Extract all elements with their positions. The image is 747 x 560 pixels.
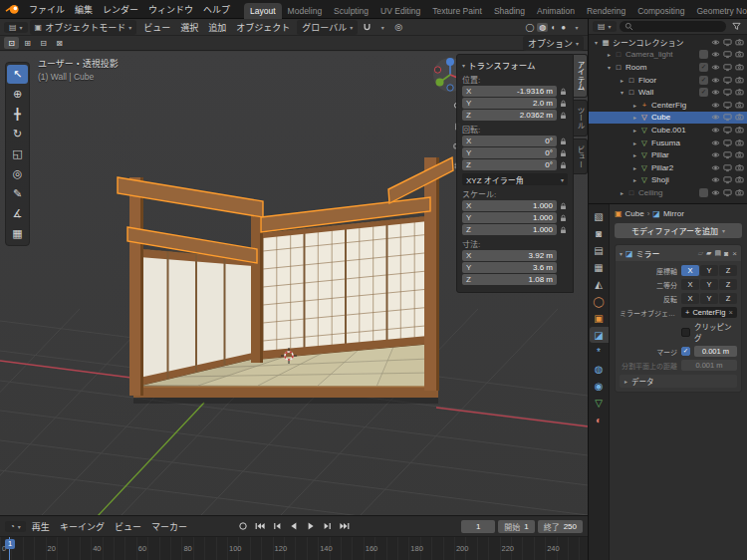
properties-tab[interactable]: ▧ (590, 208, 609, 224)
properties-tab[interactable]: ◯ (590, 293, 609, 309)
sidebar-tab[interactable]: ツール (574, 100, 588, 137)
expand-arrow[interactable]: ▸ (630, 151, 639, 158)
tool-button[interactable]: ╋ (7, 105, 28, 124)
playhead[interactable]: 1 (9, 537, 10, 560)
axis-toggle[interactable]: Y (700, 265, 718, 276)
outliner-row[interactable]: ▸ ▽ Pillar2 (589, 161, 747, 174)
disable-viewport-icon[interactable] (723, 76, 732, 85)
display-on-cage-icon[interactable]: ▱ (698, 249, 703, 257)
lock-icon[interactable] (560, 161, 568, 169)
location-field[interactable]: Y2.0 m (462, 98, 557, 109)
timeline-editor-type-button[interactable]: ◔▾ (5, 521, 26, 532)
hide-eye-icon[interactable] (711, 113, 720, 122)
disable-render-icon[interactable] (735, 175, 744, 184)
outliner-row[interactable]: ▸ □ Floor ✓ (589, 74, 747, 87)
outliner-row[interactable]: ▸ ▽ Fusuma (589, 137, 747, 149)
timeline-ruler[interactable]: 020406080100120140160180200220240 1 (0, 537, 588, 560)
scale-field[interactable]: X1.000 (462, 200, 557, 211)
shading-mode-button[interactable]: ◐ (549, 23, 558, 32)
outliner-row[interactable]: ▸ ▽ Pillar (589, 148, 747, 161)
outliner-row[interactable]: ▸ ▽ Shoji (589, 174, 747, 187)
disable-viewport-icon[interactable] (723, 113, 732, 122)
shading-dropdown[interactable]: ▾ (570, 21, 584, 34)
topbar-menu[interactable]: ウィンドウ (143, 1, 198, 18)
disable-render-icon[interactable] (735, 113, 744, 122)
properties-tab[interactable]: ◍ (590, 361, 609, 377)
outliner-row[interactable]: ▸ ▽ Cube (589, 112, 747, 125)
bisect-toggle[interactable]: Y (700, 279, 718, 290)
properties-tab[interactable]: ◙ (590, 225, 609, 241)
lock-icon[interactable] (560, 202, 568, 210)
workspace-tab[interactable]: Shading (488, 3, 531, 19)
workspace-tab[interactable]: Geometry No (690, 3, 747, 19)
workspace-tab[interactable]: Rendering (581, 3, 631, 19)
outliner-row[interactable]: ▸ ▽ Cube.001 (589, 124, 747, 137)
disable-render-icon[interactable] (735, 139, 744, 147)
properties-tab[interactable]: ◭ (590, 276, 609, 292)
axis-toggle[interactable]: X (681, 265, 699, 276)
tool-button[interactable]: ↻ (7, 125, 28, 143)
expand-arrow[interactable]: ▸ (630, 102, 639, 109)
topbar-menu[interactable]: ファイル (24, 1, 70, 18)
topbar-menu[interactable]: レンダー (98, 1, 143, 18)
outliner-row[interactable]: ▾ ▦ シーンコレクション (589, 36, 747, 49)
disable-viewport-icon[interactable] (723, 139, 732, 147)
flip-toggle[interactable]: Z (719, 293, 737, 304)
properties-tab[interactable]: ▽ (590, 395, 609, 411)
select-mode-button[interactable]: ⊟ (36, 37, 51, 49)
workspace-tab[interactable]: Compositing (631, 3, 690, 19)
display-realtime-icon[interactable]: ▤ (714, 249, 721, 257)
expand-arrow[interactable]: ▸ (618, 189, 626, 196)
workspace-tab[interactable]: Texture Paint (426, 3, 488, 19)
jump-to-start-button[interactable] (252, 519, 268, 533)
outliner-row[interactable]: ▾ □ Room ✓ (589, 61, 747, 74)
disable-render-icon[interactable] (735, 63, 744, 72)
expand-arrow[interactable]: ▸ (618, 77, 626, 84)
exclude-checkbox[interactable] (699, 188, 708, 197)
dimension-field[interactable]: Z1.08 m (462, 274, 557, 285)
properties-tab[interactable]: ▤ (590, 242, 609, 258)
hide-eye-icon[interactable] (711, 101, 720, 110)
workspace-tab[interactable]: UV Editing (374, 3, 426, 19)
disable-viewport-icon[interactable] (723, 38, 732, 47)
workspace-tab[interactable]: Modeling (282, 3, 329, 19)
properties-tab[interactable]: ▣ (590, 310, 609, 326)
transform-orientation-selector[interactable]: グローバル▾ (297, 20, 358, 35)
hide-eye-icon[interactable] (711, 50, 720, 59)
disable-render-icon[interactable] (735, 76, 744, 85)
expand-arrow[interactable]: ▸ (630, 140, 639, 146)
tool-button[interactable]: ⊕ (7, 85, 28, 104)
outliner-row[interactable]: ▸ □ Ceiling (589, 186, 747, 199)
tool-button[interactable]: ◎ (7, 164, 28, 183)
sidebar-tab[interactable]: アイテム (574, 54, 588, 98)
options-dropdown[interactable]: オプション▾ (523, 36, 584, 51)
outliner-row[interactable]: ▸ + CenterFig (589, 99, 747, 112)
mirror-object-field[interactable]: + CenterFig × (681, 307, 737, 318)
rotation-field[interactable]: Z0° (462, 159, 557, 170)
shading-mode-button[interactable]: ◍ (537, 23, 548, 32)
properties-tab[interactable]: ◪ (590, 327, 609, 343)
rotation-field[interactable]: X0° (462, 136, 557, 146)
previous-keyframe-button[interactable] (269, 519, 285, 533)
viewport-menu[interactable]: オブジェクト (231, 19, 295, 36)
snap-magnet-icon[interactable] (360, 21, 374, 34)
hide-eye-icon[interactable] (711, 188, 720, 197)
viewport-menu[interactable]: ビュー (138, 19, 175, 36)
expand-arrow[interactable]: ▸ (630, 114, 639, 121)
blender-logo-icon[interactable] (5, 4, 20, 15)
breadcrumb-modifier[interactable]: Mirror (663, 209, 684, 218)
lock-icon[interactable] (560, 149, 568, 157)
proportional-edit-icon[interactable]: ◎ (391, 21, 405, 34)
properties-tab[interactable]: ▦ (590, 259, 609, 275)
workspace-tab[interactable]: Animation (531, 3, 581, 19)
scale-field[interactable]: Y1.000 (462, 212, 557, 223)
properties-tab[interactable]: ◉ (590, 378, 609, 394)
tool-button[interactable]: ↖ (7, 65, 28, 84)
select-mode-button[interactable]: ⊞ (20, 37, 35, 49)
modifier-name[interactable]: ミラー (636, 248, 695, 259)
expand-arrow[interactable]: ▸ (630, 176, 639, 183)
disable-viewport-icon[interactable] (723, 50, 732, 59)
disable-render-icon[interactable] (735, 38, 744, 47)
frame-end-field[interactable]: 終了250 (538, 520, 583, 533)
topbar-menu[interactable]: 編集 (70, 1, 98, 18)
